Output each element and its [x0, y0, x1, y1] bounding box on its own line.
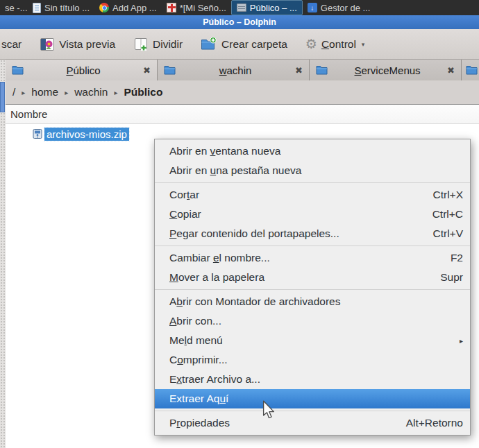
panel-edge-indicator[interactable] [0, 82, 5, 112]
new-folder-icon [201, 37, 217, 51]
close-icon[interactable]: ✖ [295, 65, 303, 76]
window-title-bar: Público – Dolphin [0, 15, 479, 29]
menu-item-copiar[interactable]: Copiar Ctrl+C [155, 205, 470, 224]
document-icon [33, 3, 41, 13]
menu-item-mover-papelera[interactable]: Mover a la papelera Supr [155, 268, 470, 287]
menu-shortcut: F2 [451, 252, 463, 264]
toolbar-button-crear-carpeta[interactable]: Crear carpeta [201, 37, 287, 51]
submenu-arrow-icon: ▸ [460, 337, 463, 345]
task-button-gestor[interactable]: ↓ Gestor de ... [303, 0, 376, 15]
panel-edge-strip [0, 60, 6, 448]
toolbar-button-label: Control [321, 38, 356, 51]
toolbar: scar Vista previa Dividir [0, 29, 479, 60]
context-menu: Abrir en ventana nueva Abrir en una pest… [154, 139, 471, 436]
menu-item-extraer-archivo-a[interactable]: Extraer Archivo a... [155, 370, 470, 389]
menu-item-cortar[interactable]: Cortar Ctrl+X [155, 185, 470, 205]
tab-label: wachin [180, 64, 291, 76]
menu-item-label: Extraer Archivo a... [169, 373, 260, 386]
zip-icon [32, 128, 43, 139]
menu-item-label: Meld menú [169, 334, 223, 347]
menu-separator [155, 289, 470, 290]
folder-icon [316, 65, 328, 75]
menu-item-label: Pegar contenido del portapapeles... [169, 227, 339, 240]
tab-partial[interactable] [462, 60, 479, 80]
task-button-label: Sin título ... [44, 3, 90, 13]
breadcrumb-root[interactable]: / [12, 86, 15, 98]
image-editor-icon [167, 3, 176, 12]
tab-wachin[interactable]: wachin ✖ [158, 60, 310, 80]
mouse-cursor [262, 400, 276, 422]
menu-item-label: Mover a la papelera [169, 271, 264, 284]
task-button-mi-seno[interactable]: *[Mi Seño... [162, 0, 231, 15]
menu-item-label: Cambiar el nombre... [169, 252, 270, 264]
menu-item-label: Cortar [169, 189, 199, 201]
toolbar-button-buscar[interactable]: scar [1, 38, 22, 51]
toolbar-button-label: scar [1, 38, 22, 51]
menu-shortcut: Ctrl+V [433, 227, 464, 240]
tab-bar: Público ✖ wachin ✖ ServiceMenus ✖ [6, 60, 479, 80]
menu-separator [155, 182, 470, 183]
preview-icon [40, 37, 55, 52]
breadcrumb: / ▸ home ▸ wachin ▸ Público [6, 80, 479, 104]
menu-item-abrir-pestana-nueva[interactable]: Abrir en una pestaña nueva [155, 161, 470, 180]
archive-icon [237, 3, 246, 12]
task-button-publico-active[interactable]: Público – ... [231, 0, 303, 15]
menu-item-comprimir[interactable]: Comprimir... [155, 350, 470, 370]
menu-item-label: Comprimir... [169, 354, 228, 366]
menu-item-propiedades[interactable]: Propiedades Alt+Retorno [155, 413, 470, 433]
task-button-label: *[Mi Seño... [180, 3, 226, 13]
task-button-sin-titulo[interactable]: Sin título ... [28, 0, 94, 15]
toolbar-button-label: Crear carpeta [221, 38, 287, 51]
menu-item-label: Extraer Aquí [169, 393, 228, 405]
menu-item-label: Copiar [169, 208, 201, 221]
toolbar-button-label: Dividir [153, 38, 183, 51]
task-button-label: se -... [5, 3, 28, 13]
taskbar: se -... Sin título ... Add App ... *[Mi … [0, 0, 479, 15]
folder-icon [12, 65, 24, 75]
close-icon[interactable]: ✖ [447, 65, 455, 76]
breadcrumb-home[interactable]: home [31, 86, 58, 98]
dolphin-window: se -... Sin título ... Add App ... *[Mi … [0, 0, 479, 448]
menu-item-extraer-aqui[interactable]: Extraer Aquí [155, 389, 470, 408]
folder-icon [164, 65, 176, 75]
menu-shortcut: Ctrl+X [433, 189, 464, 201]
toolbar-button-vista-previa[interactable]: Vista previa [40, 37, 115, 52]
menu-item-meld-menu[interactable]: Meld menú ▸ [155, 331, 470, 350]
menu-item-label: Abrir con Montador de archivadores [169, 295, 340, 308]
tab-publico[interactable]: Público ✖ [6, 60, 158, 80]
download-icon: ↓ [308, 3, 317, 12]
task-button-label: Público – ... [250, 3, 297, 13]
split-view-icon [133, 37, 149, 52]
toolbar-button-dividir[interactable]: Dividir [133, 37, 183, 52]
toolbar-button-control[interactable]: ⚙ Control ▾ [305, 37, 365, 51]
task-button-se[interactable]: se -... [0, 0, 28, 15]
tab-label: Público [28, 64, 139, 76]
menu-item-cambiar-nombre[interactable]: Cambiar el nombre... F2 [155, 248, 470, 268]
chevron-down-icon: ▾ [362, 41, 365, 48]
menu-item-pegar[interactable]: Pegar contenido del portapapeles... Ctrl… [155, 224, 470, 243]
chevron-right-icon: ▸ [65, 89, 68, 96]
menu-separator [155, 245, 470, 246]
menu-item-abrir-montador[interactable]: Abrir con Montador de archivadores [155, 292, 470, 311]
menu-item-abrir-ventana-nueva[interactable]: Abrir en ventana nueva [155, 141, 470, 161]
toolbar-button-label: Vista previa [59, 38, 115, 51]
column-header-label: Nombre [10, 108, 47, 120]
menu-item-abrir-con[interactable]: Abrir con... [155, 311, 470, 331]
close-icon[interactable]: ✖ [143, 65, 151, 76]
task-button-label: Add App ... [112, 3, 157, 13]
tab-servicemenus[interactable]: ServiceMenus ✖ [310, 60, 462, 80]
task-button-label: Gestor de ... [321, 3, 371, 13]
breadcrumb-wachin[interactable]: wachin [74, 86, 108, 98]
column-header-nombre[interactable]: Nombre [6, 105, 479, 124]
chevron-right-icon: ▸ [114, 89, 117, 96]
menu-shortcut: Supr [440, 271, 463, 284]
folder-icon [466, 65, 478, 75]
menu-shortcut: Ctrl+C [432, 208, 463, 221]
menu-item-label: Propiedades [169, 417, 230, 429]
gear-icon: ⚙ [305, 37, 317, 51]
menu-item-label: Abrir en una pestaña nueva [169, 164, 301, 177]
breadcrumb-publico[interactable]: Público [124, 86, 162, 98]
task-button-add-app[interactable]: Add App ... [94, 0, 162, 15]
menu-item-label: Abrir en ventana nueva [169, 145, 280, 157]
file-name: archivos-mios.zip [44, 128, 129, 141]
